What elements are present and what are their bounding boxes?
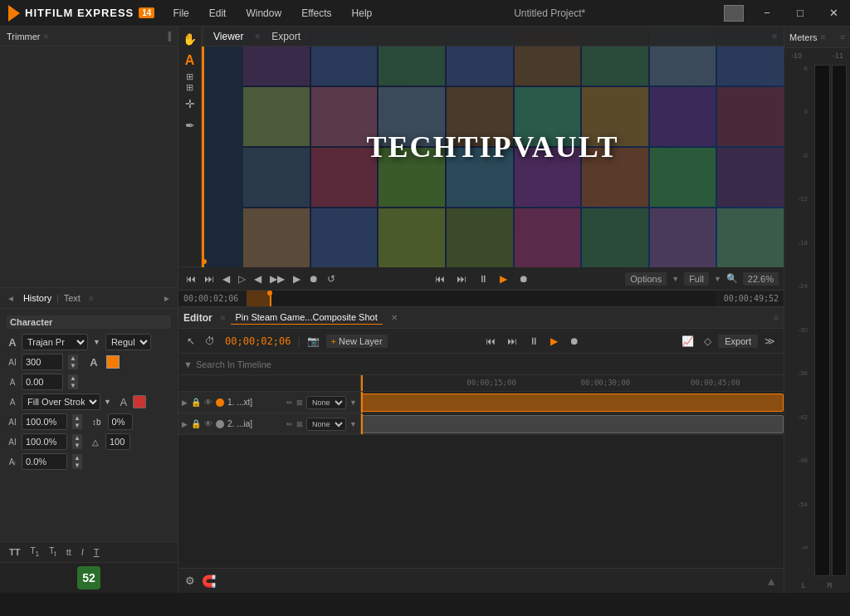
nav-arrow-right[interactable]: ► <box>159 294 174 303</box>
et-pause[interactable]: ⏸ <box>525 334 542 349</box>
baseline-input[interactable] <box>22 453 67 470</box>
record-button[interactable]: ⏺ <box>306 271 321 286</box>
go-out-button[interactable]: ▷ <box>236 271 248 286</box>
options-button[interactable]: Options <box>625 272 667 286</box>
baseline-up[interactable]: ▲ <box>72 454 82 462</box>
hscale-input[interactable] <box>22 413 67 430</box>
timeline-scroll-right[interactable]: ▲ <box>765 574 777 588</box>
record2-button[interactable]: ⏺ <box>516 271 531 286</box>
et-skip-start[interactable]: ⏮ <box>482 334 499 349</box>
hand-tool[interactable]: ✋ <box>181 30 199 48</box>
play-button[interactable]: ▶ <box>497 271 510 286</box>
track-visibility-1[interactable]: 👁 <box>204 398 212 407</box>
meters-collapse-icon[interactable]: ≡ <box>840 32 845 42</box>
size-down-button[interactable]: ▼ <box>68 362 78 369</box>
hspace-input[interactable] <box>108 413 133 430</box>
et-step-back[interactable]: ⏭ <box>504 334 520 349</box>
pen-tool[interactable]: ✒ <box>181 116 199 134</box>
hscale-up[interactable]: ▲ <box>72 414 82 422</box>
et-record[interactable]: ⏺ <box>566 334 583 349</box>
baseline-spinner[interactable]: ▲ ▼ <box>72 454 82 469</box>
tracking-spinner[interactable]: ▲ ▼ <box>68 374 78 389</box>
transform-tool[interactable]: ✛ <box>181 95 199 113</box>
frame-fwd-button[interactable]: ▶ <box>291 271 303 286</box>
composite-shot-tab[interactable]: Pin Steam Game...Composite Shot <box>231 310 383 325</box>
menu-help[interactable]: Help <box>349 6 376 21</box>
close-tab-button[interactable]: ✕ <box>391 313 398 322</box>
et-keyframe[interactable]: ◇ <box>701 334 715 349</box>
viewer-menu-icon[interactable]: ≡ <box>255 32 260 41</box>
lowercase-button[interactable]: tt <box>64 546 74 558</box>
settings-icon[interactable]: ⚙ <box>185 574 195 587</box>
track-visibility-2[interactable]: 👁 <box>204 419 212 428</box>
go-in-button[interactable]: ◀ <box>220 271 232 286</box>
vscale-spinner[interactable]: ▲ ▼ <box>72 434 82 449</box>
track-expand-2[interactable]: ▶ <box>182 420 188 428</box>
menu-window[interactable]: Window <box>242 6 285 21</box>
text-tool[interactable]: A <box>181 51 199 70</box>
et-curve-editor[interactable]: 📈 <box>678 334 697 349</box>
history-tab[interactable]: History <box>18 291 56 305</box>
menu-effects[interactable]: Effects <box>298 6 335 21</box>
track-clip-1[interactable] <box>361 394 784 412</box>
select-tool[interactable]: ↖ <box>183 334 198 349</box>
search-timeline-input[interactable] <box>196 359 779 369</box>
track-fx-1[interactable]: ✏ <box>286 398 293 407</box>
meters-menu-icon[interactable]: ≡ <box>821 32 826 42</box>
track-fx-2[interactable]: ✏ <box>286 420 293 428</box>
hscale-down[interactable]: ▼ <box>72 422 82 429</box>
text-tab[interactable]: Text <box>59 291 85 305</box>
loop-button[interactable]: ↺ <box>325 271 338 286</box>
tracking-down-button[interactable]: ▼ <box>68 382 78 389</box>
track-clip-2[interactable] <box>361 415 784 433</box>
size-up-button[interactable]: ▲ <box>68 354 78 362</box>
timeline-scrubber[interactable] <box>247 291 716 306</box>
viewer-collapse-icon[interactable]: ≡ <box>772 32 777 41</box>
step-back-button[interactable]: ⏭ <box>454 271 469 286</box>
track-mask-2[interactable]: ⊠ <box>296 420 303 428</box>
viewer-tab[interactable]: Viewer <box>208 31 248 42</box>
editor-collapse-icon[interactable]: ≡ <box>774 313 779 322</box>
track-lock-1[interactable]: 🔒 <box>191 398 201 407</box>
superscript-button[interactable]: Tt <box>46 545 58 559</box>
italic-button[interactable]: I <box>79 546 86 558</box>
skip-clip-start-button[interactable]: ⏭ <box>202 271 217 286</box>
export-tab[interactable]: Export <box>266 31 305 42</box>
magnet-icon[interactable]: 🧲 <box>202 574 216 588</box>
font-style-select[interactable]: Regular <box>105 334 151 350</box>
grid-tool[interactable]: ⊞⊞ <box>181 73 199 91</box>
track-right-2[interactable] <box>361 413 784 434</box>
font-size-input[interactable] <box>22 354 63 370</box>
zoom-level[interactable]: 22.6% <box>743 272 779 286</box>
track-blend-1[interactable]: None <box>306 396 346 409</box>
hscale-spinner[interactable]: ▲ ▼ <box>72 414 82 429</box>
tracking-up-button[interactable]: ▲ <box>68 374 78 382</box>
track-expand-1[interactable]: ▶ <box>182 398 188 407</box>
menu-edit[interactable]: Edit <box>206 6 230 21</box>
close-button[interactable]: ✕ <box>817 0 850 27</box>
baseline-down[interactable]: ▼ <box>72 462 82 469</box>
editor-timecode[interactable]: 00;00;02;06 <box>222 335 294 347</box>
full-quality-button[interactable]: Full <box>684 272 709 286</box>
track-lock-2[interactable]: 🔒 <box>191 419 201 428</box>
skip-back-button[interactable]: ⏮ <box>432 271 447 286</box>
et-expand[interactable]: ≫ <box>761 334 779 349</box>
all-caps-button[interactable]: TT <box>7 546 22 558</box>
color-swatch-orange[interactable] <box>106 355 120 369</box>
et-play[interactable]: ▶ <box>547 334 561 349</box>
fill-color-swatch[interactable] <box>133 395 146 408</box>
trimmer-menu-icon[interactable]: ≡ <box>44 32 49 41</box>
snapshot-button[interactable]: 📷 <box>304 334 323 349</box>
trimmer-tab[interactable]: Trimmer <box>7 32 41 42</box>
small-caps-button[interactable]: T1 <box>27 545 42 559</box>
new-layer-button[interactable]: + New Layer <box>326 335 388 348</box>
pause-button[interactable]: ⏸ <box>476 271 491 286</box>
frame-back-button[interactable]: ◀ <box>252 271 264 286</box>
menu-file[interactable]: File <box>169 6 192 21</box>
track-blend-2[interactable]: None <box>306 418 346 431</box>
underline-button[interactable]: T <box>91 546 102 558</box>
export-button[interactable]: Export <box>718 335 758 348</box>
minimize-button[interactable]: − <box>750 0 784 27</box>
vscale-up[interactable]: ▲ <box>72 434 82 442</box>
vscale-input[interactable] <box>22 433 67 450</box>
